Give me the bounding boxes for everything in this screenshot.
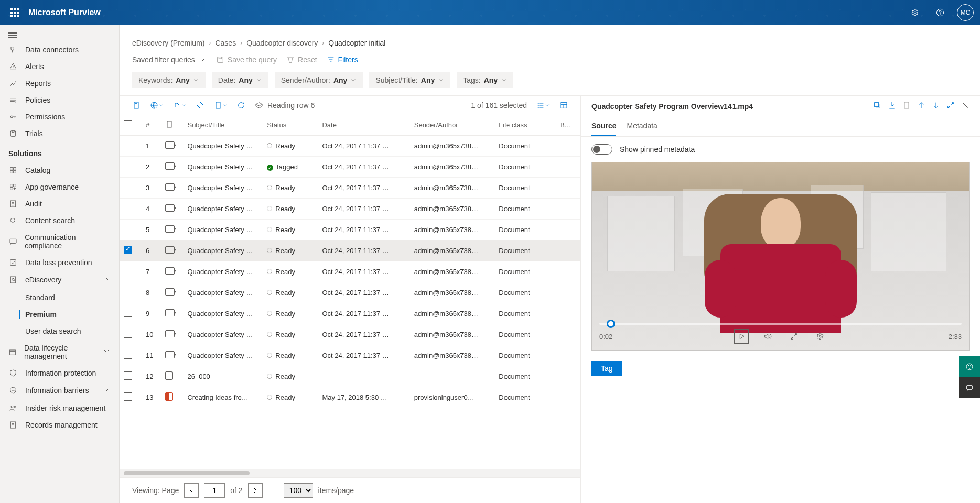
- refresh-icon[interactable]: [237, 101, 245, 110]
- horizontal-scrollbar[interactable]: [120, 469, 580, 477]
- table-row[interactable]: 3Quadcopter Safety …ReadyOct 24, 2017 11…: [120, 178, 580, 199]
- breadcrumb-item[interactable]: Quadcopter discovery: [246, 39, 318, 47]
- prev-page-button[interactable]: [184, 483, 199, 498]
- sidebar-item-insider-risk-management[interactable]: Insider risk management: [0, 400, 119, 417]
- download-icon[interactable]: [888, 101, 896, 111]
- column-header[interactable]: [161, 115, 183, 136]
- popout-icon[interactable]: [873, 101, 881, 111]
- tab-source[interactable]: Source: [591, 116, 616, 136]
- row-checkbox[interactable]: [124, 330, 132, 338]
- table-row[interactable]: 8Quadcopter Safety …ReadyOct 24, 2017 11…: [120, 282, 580, 303]
- row-checkbox[interactable]: [124, 267, 132, 275]
- help-fab[interactable]: [959, 356, 980, 377]
- sidebar-item-data-lifecycle-management[interactable]: Data lifecycle management: [0, 340, 119, 365]
- row-checkbox[interactable]: [124, 309, 132, 317]
- user-avatar[interactable]: MC: [957, 4, 974, 21]
- select-all-checkbox[interactable]: [124, 120, 132, 128]
- sidebar-item-ediscovery[interactable]: eDiscovery: [0, 271, 119, 289]
- saved-filter-queries[interactable]: Saved filter queries: [132, 56, 207, 64]
- sidebar-item-user-data-search[interactable]: User data search: [16, 323, 119, 340]
- up-arrow-icon[interactable]: [917, 101, 925, 111]
- layout-icon[interactable]: [559, 101, 568, 110]
- sidebar-item-data-loss-prevention[interactable]: Data loss prevention: [0, 254, 119, 271]
- filter-pill-subjecttitle[interactable]: Subject/Title: Any: [369, 72, 450, 88]
- table-row[interactable]: 10Quadcopter Safety …ReadyOct 24, 2017 1…: [120, 324, 580, 345]
- table-row[interactable]: 6Quadcopter Safety …ReadyOct 24, 2017 11…: [120, 240, 580, 261]
- sidebar-item-information-barriers[interactable]: Information barriers: [0, 381, 119, 400]
- column-header[interactable]: B…: [556, 115, 580, 136]
- sidebar-item-app-governance[interactable]: App governance: [0, 179, 119, 195]
- sidebar-item-standard[interactable]: Standard: [16, 289, 119, 306]
- tab-metadata[interactable]: Metadata: [627, 116, 657, 136]
- column-header[interactable]: #: [142, 115, 161, 136]
- close-icon[interactable]: [961, 101, 970, 111]
- next-page-button[interactable]: [248, 483, 263, 498]
- filter-pill-date[interactable]: Date: Any: [212, 72, 268, 88]
- table-row[interactable]: 9Quadcopter Safety …ReadyOct 24, 2017 11…: [120, 303, 580, 324]
- fullscreen-icon[interactable]: [787, 329, 801, 344]
- breadcrumb-item[interactable]: eDiscovery (Premium): [132, 39, 204, 47]
- globe-icon[interactable]: [150, 101, 164, 110]
- row-checkbox[interactable]: [124, 392, 132, 401]
- sidebar-item-audit[interactable]: Audit: [0, 195, 119, 212]
- column-header[interactable]: Subject/Title: [183, 115, 263, 136]
- new-doc-icon[interactable]: [132, 101, 141, 110]
- column-header[interactable]: Sender/Author: [410, 115, 495, 136]
- help-icon[interactable]: [932, 4, 949, 21]
- table-row[interactable]: 7Quadcopter Safety …ReadyOct 24, 2017 11…: [120, 261, 580, 282]
- filter-pill-tags[interactable]: Tags: Any: [457, 72, 513, 88]
- tag-outline-icon[interactable]: [196, 101, 204, 110]
- sidebar-item-premium[interactable]: Premium: [16, 306, 119, 323]
- row-checkbox[interactable]: [124, 288, 132, 296]
- down-arrow-icon[interactable]: [932, 101, 940, 111]
- sidebar-collapse[interactable]: [0, 29, 119, 41]
- document-icon[interactable]: [902, 101, 911, 111]
- sidebar-item-communication-compliance[interactable]: Communication compliance: [0, 229, 119, 254]
- video-player[interactable]: 0:02 2:33: [591, 162, 970, 351]
- sidebar-item-permissions[interactable]: Permissions: [0, 108, 119, 125]
- settings-icon[interactable]: [907, 4, 923, 21]
- row-checkbox[interactable]: [124, 183, 132, 191]
- video-settings-icon[interactable]: [813, 329, 827, 344]
- table-row[interactable]: 5Quadcopter Safety …ReadyOct 24, 2017 11…: [120, 220, 580, 240]
- table-row[interactable]: 11Quadcopter Safety …ReadyOct 24, 2017 1…: [120, 345, 580, 366]
- doc-add-icon[interactable]: [214, 101, 228, 110]
- row-checkbox[interactable]: [124, 204, 132, 212]
- column-header[interactable]: Date: [318, 115, 410, 136]
- row-checkbox[interactable]: [124, 225, 132, 233]
- row-checkbox[interactable]: [124, 371, 132, 380]
- app-launcher[interactable]: [6, 4, 23, 21]
- table-row[interactable]: 4Quadcopter Safety …ReadyOct 24, 2017 11…: [120, 199, 580, 220]
- table-row[interactable]: 2Quadcopter Safety …✓TaggedOct 24, 2017 …: [120, 157, 580, 178]
- per-page-select[interactable]: 100: [284, 483, 313, 498]
- row-checkbox[interactable]: [124, 351, 132, 359]
- sidebar-item-trials[interactable]: Trials: [0, 125, 119, 142]
- table-row[interactable]: 1Quadcopter Safety …ReadyOct 24, 2017 11…: [120, 136, 580, 157]
- table-row[interactable]: 1226_000ReadyDocument: [120, 366, 580, 387]
- sidebar-item-alerts[interactable]: Alerts: [0, 58, 119, 75]
- breadcrumb-item[interactable]: Cases: [215, 39, 236, 47]
- list-view-icon[interactable]: [536, 101, 550, 110]
- sidebar-item-records-management[interactable]: Records management: [0, 417, 119, 433]
- sidebar-item-reports[interactable]: Reports: [0, 75, 119, 92]
- sidebar-item-content-search[interactable]: Content search: [0, 212, 119, 229]
- pinned-metadata-toggle[interactable]: [591, 144, 612, 155]
- column-header[interactable]: Status: [263, 115, 318, 136]
- row-checkbox[interactable]: [124, 246, 132, 254]
- page-input[interactable]: [204, 483, 225, 498]
- filter-pill-senderauthor[interactable]: Sender/Author: Any: [275, 72, 363, 88]
- row-checkbox[interactable]: [124, 141, 132, 149]
- column-header[interactable]: [120, 115, 142, 136]
- tag-button[interactable]: Tag: [591, 361, 622, 376]
- video-seek[interactable]: [599, 323, 962, 325]
- column-header[interactable]: File class: [494, 115, 556, 136]
- sidebar-item-catalog[interactable]: Catalog: [0, 162, 119, 179]
- expand-icon[interactable]: [946, 101, 955, 111]
- move-icon[interactable]: [173, 101, 187, 110]
- sidebar-item-policies[interactable]: Policies: [0, 92, 119, 108]
- filter-pill-keywords[interactable]: Keywords: Any: [132, 72, 206, 88]
- table-row[interactable]: 13Creating Ideas fro…ReadyMay 17, 2018 5…: [120, 387, 580, 408]
- volume-icon[interactable]: [760, 329, 775, 344]
- filters[interactable]: Filters: [327, 56, 358, 64]
- feedback-fab[interactable]: [959, 377, 980, 398]
